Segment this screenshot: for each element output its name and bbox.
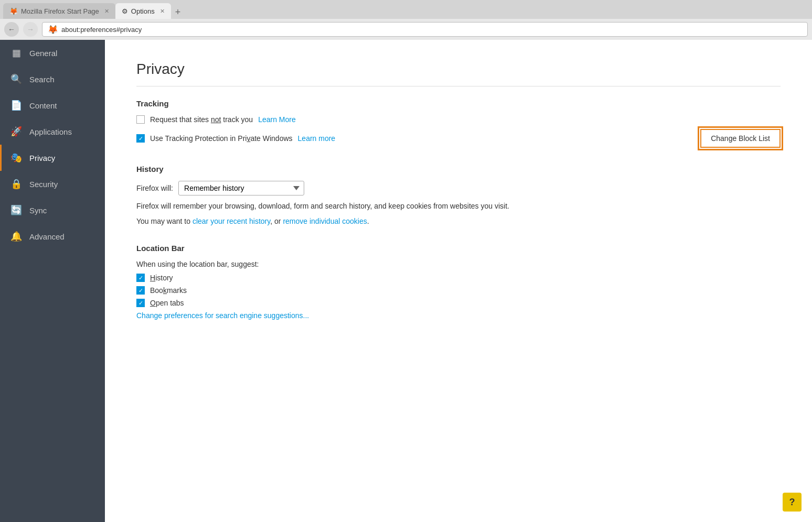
applications-icon: 🚀 bbox=[10, 126, 22, 137]
firefox-will-label: Firefox will: bbox=[136, 184, 173, 192]
search-engine-prefs-link[interactable]: Change preferences for search engine sug… bbox=[136, 311, 309, 320]
tracking-row-2-left: ✓ Use Tracking Protection in Private Win… bbox=[136, 134, 335, 143]
sidebar-item-sync-label: Sync bbox=[29, 206, 47, 215]
history-links: You may want to clear your recent histor… bbox=[136, 216, 781, 227]
sidebar-item-content-label: Content bbox=[29, 101, 57, 110]
checkbox-location-tabs-label: Open tabs bbox=[150, 299, 184, 307]
checkbox-location-history[interactable]: ✓ bbox=[136, 274, 145, 282]
history-links-text3: . bbox=[367, 217, 369, 225]
new-tab-button[interactable]: + bbox=[171, 5, 185, 19]
firefox-tab-icon: 🦊 bbox=[9, 7, 18, 15]
sidebar-item-security[interactable]: 🔒 Security bbox=[0, 171, 105, 197]
sidebar-item-advanced[interactable]: 🔔 Advanced bbox=[0, 223, 105, 249]
tracking-row-2: ✓ Use Tracking Protection in Private Win… bbox=[136, 129, 781, 148]
history-section: History Firefox will: Remember history N… bbox=[136, 165, 781, 227]
tracking-section: Tracking Request that sites not track yo… bbox=[136, 99, 781, 148]
checkbox-not-track[interactable] bbox=[136, 115, 145, 124]
tab-1-label: Mozilla Firefox Start Page bbox=[21, 7, 99, 15]
security-icon: 🔒 bbox=[10, 178, 22, 190]
checkbox-not-track-wrapper: Request that sites not track you bbox=[136, 115, 253, 124]
sidebar-item-privacy-label: Privacy bbox=[29, 154, 55, 162]
location-bar-title: Location Bar bbox=[136, 244, 781, 253]
sidebar-item-privacy[interactable]: 🎭 Privacy bbox=[0, 145, 105, 171]
tab-1[interactable]: 🦊 Mozilla Firefox Start Page ✕ bbox=[3, 3, 115, 19]
search-icon: 🔍 bbox=[10, 73, 22, 85]
page-title: Privacy bbox=[136, 61, 781, 78]
history-description: Firefox will remember your browsing, dow… bbox=[136, 201, 781, 212]
section-divider bbox=[136, 86, 781, 86]
advanced-icon: 🔔 bbox=[10, 231, 22, 242]
change-block-list-button[interactable]: Change Block List bbox=[700, 129, 781, 148]
tab-1-close[interactable]: ✕ bbox=[104, 8, 109, 15]
history-title: History bbox=[136, 165, 781, 173]
sidebar-item-search-label: Search bbox=[29, 75, 55, 84]
location-history-row: ✓ History bbox=[136, 274, 781, 282]
location-bar-section: Location Bar When using the location bar… bbox=[136, 244, 781, 320]
back-button[interactable]: ← bbox=[4, 22, 19, 37]
checkbox-location-bookmarks[interactable]: ✓ bbox=[136, 286, 145, 295]
history-select[interactable]: Remember history Never remember history … bbox=[178, 181, 304, 195]
location-tabs-row: ✓ Open tabs bbox=[136, 299, 781, 307]
sidebar-item-search[interactable]: 🔍 Search bbox=[0, 66, 105, 92]
location-bar-desc: When using the location bar, suggest: bbox=[136, 260, 781, 268]
app-layout: ▦ General 🔍 Search 📄 Content 🚀 Applicati… bbox=[0, 40, 812, 522]
learn-more-link-2[interactable]: Learn more bbox=[298, 134, 336, 143]
content-icon: 📄 bbox=[10, 100, 22, 111]
location-bookmarks-row: ✓ Bookmarks bbox=[136, 286, 781, 295]
sidebar-item-general[interactable]: ▦ General bbox=[0, 40, 105, 66]
address-bar[interactable]: 🦊 about:preferences#privacy bbox=[42, 22, 808, 37]
tab-2-label: Options bbox=[131, 7, 155, 15]
history-links-text1: You may want to bbox=[136, 217, 193, 225]
checkbox-not-track-label: Request that sites not track you bbox=[150, 115, 253, 124]
sidebar-item-applications-label: Applications bbox=[29, 127, 72, 136]
main-content: Privacy Tracking Request that sites not … bbox=[105, 40, 812, 522]
tracking-title: Tracking bbox=[136, 99, 781, 108]
tracking-row-1: Request that sites not track you Learn M… bbox=[136, 115, 781, 124]
sidebar-item-content[interactable]: 📄 Content bbox=[0, 92, 105, 118]
remove-cookies-link[interactable]: remove individual cookies bbox=[283, 217, 367, 225]
history-will-row: Firefox will: Remember history Never rem… bbox=[136, 181, 781, 195]
checkbox-private-windows[interactable]: ✓ bbox=[136, 134, 145, 143]
sidebar-item-sync[interactable]: 🔄 Sync bbox=[0, 197, 105, 223]
help-button[interactable]: ? bbox=[783, 493, 802, 512]
sidebar-item-general-label: General bbox=[29, 49, 57, 58]
checkbox-location-tabs[interactable]: ✓ bbox=[136, 299, 145, 307]
tab-2-close[interactable]: ✕ bbox=[160, 8, 165, 15]
tab-bar: 🦊 Mozilla Firefox Start Page ✕ ⚙ Options… bbox=[0, 0, 812, 19]
general-icon: ▦ bbox=[10, 47, 22, 59]
browser-chrome: 🦊 Mozilla Firefox Start Page ✕ ⚙ Options… bbox=[0, 0, 812, 40]
checkbox-private-windows-wrapper: ✓ Use Tracking Protection in Private Win… bbox=[136, 134, 293, 143]
change-block-btn-wrapper: Change Block List bbox=[700, 129, 781, 148]
clear-history-link[interactable]: clear your recent history bbox=[193, 217, 270, 225]
checkbox-location-bookmarks-label: Bookmarks bbox=[150, 286, 187, 295]
address-text: about:preferences#privacy bbox=[61, 26, 142, 34]
forward-button[interactable]: → bbox=[23, 22, 38, 37]
learn-more-link-1[interactable]: Learn More bbox=[258, 115, 296, 124]
tracking-row-1-left: Request that sites not track you Learn M… bbox=[136, 115, 296, 124]
options-tab-icon: ⚙ bbox=[122, 7, 128, 15]
firefox-logo-icon: 🦊 bbox=[48, 25, 58, 35]
sync-icon: 🔄 bbox=[10, 204, 22, 216]
sidebar-item-security-label: Security bbox=[29, 180, 58, 189]
sidebar-item-applications[interactable]: 🚀 Applications bbox=[0, 118, 105, 145]
sidebar: ▦ General 🔍 Search 📄 Content 🚀 Applicati… bbox=[0, 40, 105, 522]
privacy-icon: 🎭 bbox=[10, 152, 22, 164]
tab-2[interactable]: ⚙ Options ✕ bbox=[115, 3, 171, 19]
checkbox-location-history-label: History bbox=[150, 274, 173, 282]
history-links-text2: , or bbox=[270, 217, 283, 225]
address-bar-row: ← → 🦊 about:preferences#privacy bbox=[0, 19, 812, 40]
sidebar-item-advanced-label: Advanced bbox=[29, 232, 65, 241]
checkbox-private-windows-label: Use Tracking Protection in Private Windo… bbox=[150, 134, 293, 143]
